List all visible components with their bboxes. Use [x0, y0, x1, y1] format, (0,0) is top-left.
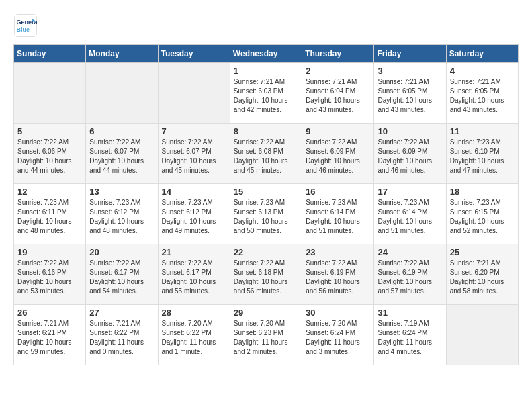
calendar-cell: 16Sunrise: 7:23 AM Sunset: 6:14 PM Dayli…: [302, 184, 374, 244]
calendar-cell: 29Sunrise: 7:20 AM Sunset: 6:23 PM Dayli…: [230, 305, 302, 365]
calendar-cell: 21Sunrise: 7:22 AM Sunset: 6:17 PM Dayli…: [158, 244, 230, 305]
calendar-cell: 23Sunrise: 7:22 AM Sunset: 6:19 PM Dayli…: [302, 244, 374, 305]
day-number: 8: [234, 126, 298, 136]
day-info: Sunrise: 7:23 AM Sunset: 6:12 PM Dayligh…: [89, 198, 154, 236]
day-number: 16: [306, 187, 370, 197]
day-number: 22: [234, 247, 298, 257]
weekday-header-saturday: Saturday: [446, 45, 518, 63]
day-number: 12: [17, 187, 82, 197]
day-info: Sunrise: 7:21 AM Sunset: 6:20 PM Dayligh…: [450, 259, 515, 296]
calendar-week-3: 12Sunrise: 7:23 AM Sunset: 6:11 PM Dayli…: [14, 184, 519, 244]
day-number: 17: [378, 187, 442, 197]
day-info: Sunrise: 7:21 AM Sunset: 6:04 PM Dayligh…: [306, 77, 370, 115]
day-info: Sunrise: 7:21 AM Sunset: 6:21 PM Dayligh…: [17, 319, 82, 357]
day-number: 23: [306, 247, 370, 257]
day-info: Sunrise: 7:22 AM Sunset: 6:08 PM Dayligh…: [234, 138, 298, 175]
day-info: Sunrise: 7:23 AM Sunset: 6:12 PM Dayligh…: [162, 198, 226, 236]
day-info: Sunrise: 7:23 AM Sunset: 6:14 PM Dayligh…: [306, 198, 370, 236]
calendar-cell: [14, 63, 86, 124]
logo-icon: General Blue: [13, 13, 38, 38]
day-info: Sunrise: 7:22 AM Sunset: 6:18 PM Dayligh…: [234, 259, 298, 296]
calendar-cell: 5Sunrise: 7:22 AM Sunset: 6:06 PM Daylig…: [14, 124, 86, 184]
day-number: 10: [378, 126, 442, 136]
day-number: 31: [378, 308, 442, 318]
calendar-cell: 7Sunrise: 7:22 AM Sunset: 6:07 PM Daylig…: [158, 124, 230, 184]
calendar-cell: 27Sunrise: 7:21 AM Sunset: 6:22 PM Dayli…: [86, 305, 158, 365]
calendar-cell: 17Sunrise: 7:23 AM Sunset: 6:14 PM Dayli…: [374, 184, 446, 244]
day-info: Sunrise: 7:22 AM Sunset: 6:17 PM Dayligh…: [162, 259, 226, 296]
day-info: Sunrise: 7:19 AM Sunset: 6:24 PM Dayligh…: [378, 319, 442, 357]
calendar-cell: 3Sunrise: 7:21 AM Sunset: 6:05 PM Daylig…: [374, 63, 446, 124]
calendar-cell: 18Sunrise: 7:23 AM Sunset: 6:15 PM Dayli…: [446, 184, 518, 244]
svg-text:General: General: [17, 19, 38, 26]
weekday-header-tuesday: Tuesday: [158, 45, 230, 63]
day-number: 3: [378, 66, 442, 76]
calendar-cell: 1Sunrise: 7:21 AM Sunset: 6:03 PM Daylig…: [230, 63, 302, 124]
day-number: 24: [378, 247, 442, 257]
day-info: Sunrise: 7:21 AM Sunset: 6:03 PM Dayligh…: [234, 77, 298, 115]
calendar-week-5: 26Sunrise: 7:21 AM Sunset: 6:21 PM Dayli…: [14, 305, 519, 365]
calendar-cell: [158, 63, 230, 124]
svg-text:Blue: Blue: [17, 26, 30, 33]
day-number: 14: [162, 187, 226, 197]
day-info: Sunrise: 7:22 AM Sunset: 6:19 PM Dayligh…: [378, 259, 442, 296]
calendar-cell: 28Sunrise: 7:20 AM Sunset: 6:22 PM Dayli…: [158, 305, 230, 365]
calendar-cell: 30Sunrise: 7:20 AM Sunset: 6:24 PM Dayli…: [302, 305, 374, 365]
calendar-cell: 24Sunrise: 7:22 AM Sunset: 6:19 PM Dayli…: [374, 244, 446, 305]
calendar-week-4: 19Sunrise: 7:22 AM Sunset: 6:16 PM Dayli…: [14, 244, 519, 305]
day-number: 26: [17, 308, 82, 318]
day-info: Sunrise: 7:20 AM Sunset: 6:24 PM Dayligh…: [306, 319, 370, 357]
calendar-cell: 12Sunrise: 7:23 AM Sunset: 6:11 PM Dayli…: [14, 184, 86, 244]
day-info: Sunrise: 7:23 AM Sunset: 6:10 PM Dayligh…: [450, 138, 515, 175]
calendar-cell: [446, 305, 518, 365]
calendar-cell: 22Sunrise: 7:22 AM Sunset: 6:18 PM Dayli…: [230, 244, 302, 305]
day-number: 25: [450, 247, 515, 257]
weekday-header-monday: Monday: [86, 45, 158, 63]
day-number: 20: [89, 247, 154, 257]
day-info: Sunrise: 7:21 AM Sunset: 6:22 PM Dayligh…: [89, 319, 154, 357]
day-number: 4: [450, 66, 515, 76]
day-number: 27: [89, 308, 154, 318]
day-number: 15: [234, 187, 298, 197]
calendar-cell: 14Sunrise: 7:23 AM Sunset: 6:12 PM Dayli…: [158, 184, 230, 244]
calendar-cell: 8Sunrise: 7:22 AM Sunset: 6:08 PM Daylig…: [230, 124, 302, 184]
day-number: 19: [17, 247, 82, 257]
page-header: General Blue: [13, 13, 519, 38]
day-info: Sunrise: 7:22 AM Sunset: 6:07 PM Dayligh…: [89, 138, 154, 175]
day-info: Sunrise: 7:23 AM Sunset: 6:11 PM Dayligh…: [17, 198, 82, 236]
day-number: 1: [234, 66, 298, 76]
day-info: Sunrise: 7:21 AM Sunset: 6:05 PM Dayligh…: [450, 77, 515, 115]
day-number: 11: [450, 126, 515, 136]
day-number: 6: [89, 126, 154, 136]
calendar-table: SundayMondayTuesdayWednesdayThursdayFrid…: [13, 44, 519, 365]
calendar-cell: 25Sunrise: 7:21 AM Sunset: 6:20 PM Dayli…: [446, 244, 518, 305]
day-info: Sunrise: 7:23 AM Sunset: 6:13 PM Dayligh…: [234, 198, 298, 236]
calendar-cell: 9Sunrise: 7:22 AM Sunset: 6:09 PM Daylig…: [302, 124, 374, 184]
calendar-cell: 2Sunrise: 7:21 AM Sunset: 6:04 PM Daylig…: [302, 63, 374, 124]
weekday-header-friday: Friday: [374, 45, 446, 63]
day-number: 29: [234, 308, 298, 318]
day-info: Sunrise: 7:22 AM Sunset: 6:06 PM Dayligh…: [17, 138, 82, 175]
calendar-week-1: 1Sunrise: 7:21 AM Sunset: 6:03 PM Daylig…: [14, 63, 519, 124]
calendar-cell: 4Sunrise: 7:21 AM Sunset: 6:05 PM Daylig…: [446, 63, 518, 124]
day-number: 5: [17, 126, 82, 136]
day-number: 9: [306, 126, 370, 136]
calendar-cell: 20Sunrise: 7:22 AM Sunset: 6:17 PM Dayli…: [86, 244, 158, 305]
day-number: 13: [89, 187, 154, 197]
day-number: 28: [162, 308, 226, 318]
calendar-cell: 26Sunrise: 7:21 AM Sunset: 6:21 PM Dayli…: [14, 305, 86, 365]
weekday-header-thursday: Thursday: [302, 45, 374, 63]
weekday-header-wednesday: Wednesday: [230, 45, 302, 63]
calendar-cell: 31Sunrise: 7:19 AM Sunset: 6:24 PM Dayli…: [374, 305, 446, 365]
day-info: Sunrise: 7:20 AM Sunset: 6:22 PM Dayligh…: [162, 319, 226, 357]
day-info: Sunrise: 7:20 AM Sunset: 6:23 PM Dayligh…: [234, 319, 298, 357]
day-number: 30: [306, 308, 370, 318]
day-info: Sunrise: 7:22 AM Sunset: 6:09 PM Dayligh…: [378, 138, 442, 175]
day-number: 21: [162, 247, 226, 257]
calendar-week-2: 5Sunrise: 7:22 AM Sunset: 6:06 PM Daylig…: [14, 124, 519, 184]
day-info: Sunrise: 7:22 AM Sunset: 6:19 PM Dayligh…: [306, 259, 370, 296]
day-info: Sunrise: 7:23 AM Sunset: 6:14 PM Dayligh…: [378, 198, 442, 236]
calendar-cell: 13Sunrise: 7:23 AM Sunset: 6:12 PM Dayli…: [86, 184, 158, 244]
calendar-cell: 11Sunrise: 7:23 AM Sunset: 6:10 PM Dayli…: [446, 124, 518, 184]
calendar-cell: 15Sunrise: 7:23 AM Sunset: 6:13 PM Dayli…: [230, 184, 302, 244]
